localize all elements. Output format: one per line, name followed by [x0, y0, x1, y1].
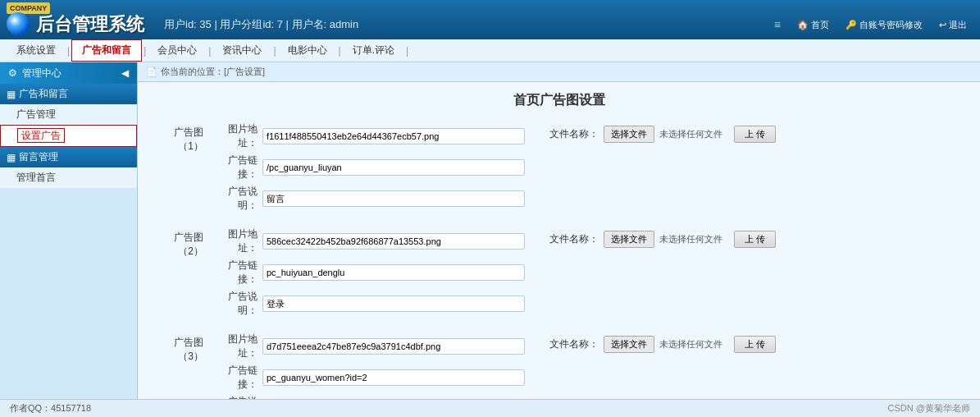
breadcrumb-bar: 📄 你当前的位置：[广告设置]: [138, 62, 980, 82]
page-title: 首页广告图设置: [154, 92, 964, 109]
footer-left: 作者QQ：45157718: [10, 402, 91, 415]
ad-img-row-1: 图片地址：: [212, 122, 525, 150]
link-input-3[interactable]: [262, 369, 525, 386]
file-label-1: 文件名称：: [549, 127, 599, 141]
home-icon: 🏠: [797, 20, 809, 30]
file-label-2: 文件名称：: [549, 232, 599, 246]
img-input-2[interactable]: [262, 233, 525, 250]
choose-file-btn-3[interactable]: 选择文件: [604, 336, 654, 353]
grid2-icon: ▦: [7, 152, 16, 163]
ad-label-3: 广告图（3）: [154, 332, 212, 364]
file-label-3: 文件名称：: [549, 337, 599, 351]
img-input-1[interactable]: [262, 128, 525, 144]
ad-row-1: 广告图（1） 图片地址： 广告链接： 广告说明：: [154, 122, 964, 213]
no-file-text-1: 未选择任何文件: [659, 128, 722, 140]
ad-link-row-1: 广告链接：: [212, 154, 525, 181]
upload-btn-1[interactable]: 上 传: [734, 126, 776, 143]
tab-system-settings[interactable]: 系统设置: [7, 40, 66, 61]
link-input-1[interactable]: [262, 159, 525, 176]
topbar: COMPANY 后台管理系统 用户id: 35 | 用户分组id: 7 | 用户…: [0, 0, 980, 39]
sidebar: ⚙ 管理中心 ◀ ▦ 广告和留言 广告管理 设置广告 ▦ 留言管理 管理首言: [0, 62, 138, 417]
content: 📄 你当前的位置：[广告设置] 首页广告图设置 广告图（1） 图片地址： 广告链…: [138, 62, 980, 417]
ad-link-row-3: 广告链接：: [212, 364, 525, 392]
ad-desc-row-1: 广告说明：: [212, 185, 525, 213]
img-label-2: 图片地址：: [212, 227, 258, 255]
link-label-3: 广告链接：: [212, 364, 258, 392]
img-label-1: 图片地址：: [212, 122, 258, 150]
sidebar-group-ads: ▦ 广告和留言: [0, 84, 137, 104]
page-main: 首页广告图设置 广告图（1） 图片地址： 广告链接： 广告说明：: [138, 82, 980, 417]
tab-news[interactable]: 资讯中心: [212, 40, 271, 61]
desc-input-1[interactable]: [262, 190, 525, 207]
upload-area-1: 文件名称： 选择文件 未选择任何文件 上 传: [549, 122, 776, 143]
ad-fields-1: 图片地址： 广告链接： 广告说明：: [212, 122, 525, 213]
footer: 作者QQ：45157718 CSDN @黄菊华老师: [0, 399, 980, 417]
no-file-text-3: 未选择任何文件: [659, 338, 722, 351]
link-input-2[interactable]: [262, 264, 525, 281]
desc-label-2: 广告说明：: [212, 290, 258, 318]
choose-file-btn-2[interactable]: 选择文件: [604, 231, 654, 248]
logo-sphere: [7, 12, 30, 35]
no-file-text-2: 未选择任何文件: [659, 233, 722, 245]
breadcrumb-text: 你当前的位置：[广告设置]: [161, 66, 265, 78]
footer-right: CSDN @黄菊华老师: [888, 402, 970, 415]
breadcrumb-icon: 📄: [146, 66, 157, 77]
main-layout: ⚙ 管理中心 ◀ ▦ 广告和留言 广告管理 设置广告 ▦ 留言管理 管理首言 📄…: [0, 62, 980, 417]
upload-btn-2[interactable]: 上 传: [734, 231, 776, 248]
ad-label-1: 广告图（1）: [154, 122, 212, 154]
img-label-3: 图片地址：: [212, 332, 258, 360]
ad-label-2: 广告图（2）: [154, 227, 212, 259]
upload-area-2: 文件名称： 选择文件 未选择任何文件 上 传: [549, 227, 776, 248]
sidebar-group-messages: ▦ 留言管理: [0, 147, 137, 167]
sidebar-item-ad-management[interactable]: 广告管理: [0, 104, 137, 125]
topbar-right: ≡ 🏠 首页 🔑 自账号密码修改 ↩ 退出: [774, 16, 973, 34]
sidebar-header: ⚙ 管理中心 ◀: [0, 62, 137, 84]
hamburger-icon: ≡: [774, 18, 781, 31]
ad-link-row-2: 广告链接：: [212, 259, 525, 286]
exit-icon: ↩: [939, 20, 946, 30]
choose-file-btn-1[interactable]: 选择文件: [604, 126, 654, 143]
link-label-1: 广告链接：: [212, 154, 258, 181]
img-input-3[interactable]: [262, 338, 525, 355]
grid-icon: ▦: [7, 89, 16, 100]
ad-desc-row-2: 广告说明：: [212, 290, 525, 318]
ad-row-2: 广告图（2） 图片地址： 广告链接： 广告说明：: [154, 227, 964, 318]
tab-members[interactable]: 会员中心: [148, 40, 207, 61]
navtabs: 系统设置 | 广告和留言 | 会员中心 | 资讯中心 | 电影中心 | 订单.评…: [0, 39, 980, 62]
system-title: 后台管理系统: [36, 12, 144, 37]
settings-icon: ⚙: [8, 67, 17, 79]
upload-area-3: 文件名称： 选择文件 未选择任何文件 上 传: [549, 332, 776, 353]
tab-orders[interactable]: 订单.评论: [343, 40, 404, 61]
sidebar-item-set-ad[interactable]: 设置广告: [0, 125, 137, 147]
desc-input-2[interactable]: [262, 296, 525, 312]
home-button[interactable]: 🏠 首页: [791, 16, 836, 34]
user-info: 用户id: 35 | 用户分组id: 7 | 用户名: admin: [164, 17, 358, 32]
sidebar-item-manage-messages[interactable]: 管理首言: [0, 167, 137, 188]
logout-button[interactable]: ↩ 退出: [932, 16, 973, 34]
ad-fields-2: 图片地址： 广告链接： 广告说明：: [212, 227, 525, 318]
password-button[interactable]: 🔑 自账号密码修改: [839, 16, 929, 34]
key-icon: 🔑: [846, 20, 857, 30]
upload-btn-3[interactable]: 上 传: [734, 336, 776, 353]
sidebar-collapse-icon[interactable]: ◀: [121, 67, 129, 79]
tab-movies[interactable]: 电影中心: [278, 40, 337, 61]
tab-ads-messages[interactable]: 广告和留言: [71, 39, 142, 62]
ad-img-row-2: 图片地址：: [212, 227, 525, 255]
ad-img-row-3: 图片地址：: [212, 332, 525, 360]
company-badge: COMPANY: [7, 2, 50, 14]
link-label-2: 广告链接：: [212, 259, 258, 286]
desc-label-1: 广告说明：: [212, 185, 258, 213]
